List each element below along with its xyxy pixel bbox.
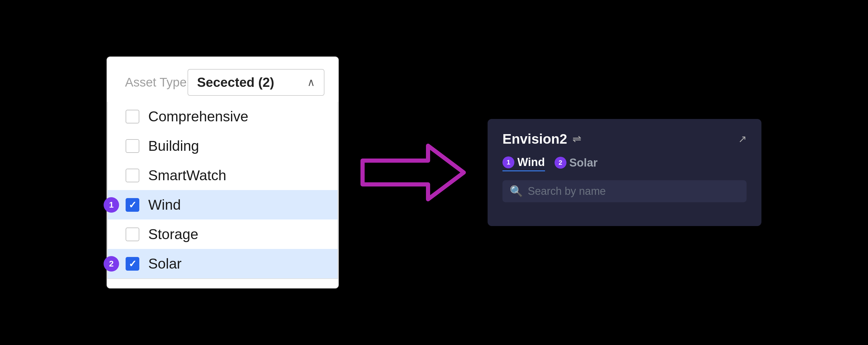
dropdown-trigger[interactable]: Secected (2) ∧ (188, 69, 324, 96)
item-label-solar: Solar (148, 255, 182, 272)
arrow-container (339, 140, 488, 205)
right-panel: Envision2 ⇌ ↗ 1 Wind 2 Solar 🔍 (488, 119, 762, 226)
filter-icon[interactable]: ⇌ (572, 133, 581, 145)
dropdown-item-storage[interactable]: Storage (108, 219, 338, 249)
tab-badge-wind: 1 (502, 157, 515, 168)
checkbox-solar[interactable] (126, 257, 139, 271)
right-panel-title-group: Envision2 ⇌ (502, 131, 581, 147)
checkbox-storage[interactable] (126, 228, 139, 241)
tab-wind[interactable]: 1 Wind (502, 156, 545, 171)
asset-type-label: Asset Type (125, 75, 179, 90)
dropdown-item-comprehensive[interactable]: Comprehensive (108, 102, 338, 131)
dropdown-item-solar[interactable]: 2 Solar (108, 249, 338, 278)
right-panel-header: Envision2 ⇌ ↗ (502, 131, 747, 147)
tab-label-wind: Wind (517, 156, 545, 169)
dropdown-list: Comprehensive Building SmartWatch 1 Wind (107, 102, 338, 279)
left-panel: Asset Type Secected (2) ∧ Comprehensive … (106, 57, 339, 288)
dropdown-item-smartwatch[interactable]: SmartWatch (108, 161, 338, 190)
tab-badge-solar: 2 (555, 157, 566, 169)
svg-marker-0 (363, 146, 464, 199)
checkbox-comprehensive[interactable] (126, 110, 139, 124)
item-label-storage: Storage (148, 226, 198, 242)
checkbox-building[interactable] (126, 139, 139, 153)
item-label-smartwatch: SmartWatch (148, 167, 226, 183)
search-row: 🔍 (502, 180, 747, 202)
tab-solar[interactable]: 2 Solar (555, 157, 598, 171)
dropdown-selected-text: Secected (2) (197, 75, 274, 90)
badge-wind: 1 (103, 197, 119, 213)
tab-label-solar: Solar (569, 157, 598, 169)
search-icon: 🔍 (509, 185, 523, 198)
main-container: Asset Type Secected (2) ∧ Comprehensive … (0, 0, 868, 345)
right-panel-title: Envision2 (502, 131, 567, 147)
item-label-comprehensive: Comprehensive (148, 108, 248, 125)
pin-icon[interactable]: ↗ (738, 133, 747, 145)
item-label-wind: Wind (148, 197, 181, 213)
search-input[interactable] (528, 185, 739, 198)
dropdown-item-wind[interactable]: 1 Wind (108, 190, 338, 219)
tabs-row: 1 Wind 2 Solar (502, 156, 747, 171)
badge-solar: 2 (103, 256, 119, 272)
checkbox-smartwatch[interactable] (126, 169, 139, 182)
asset-type-row: Asset Type Secected (2) ∧ (107, 69, 338, 96)
arrow-right-icon (360, 140, 467, 205)
chevron-up-icon: ∧ (307, 76, 315, 89)
item-label-building: Building (148, 138, 199, 154)
dropdown-item-building[interactable]: Building (108, 131, 338, 161)
checkbox-wind[interactable] (126, 198, 139, 212)
